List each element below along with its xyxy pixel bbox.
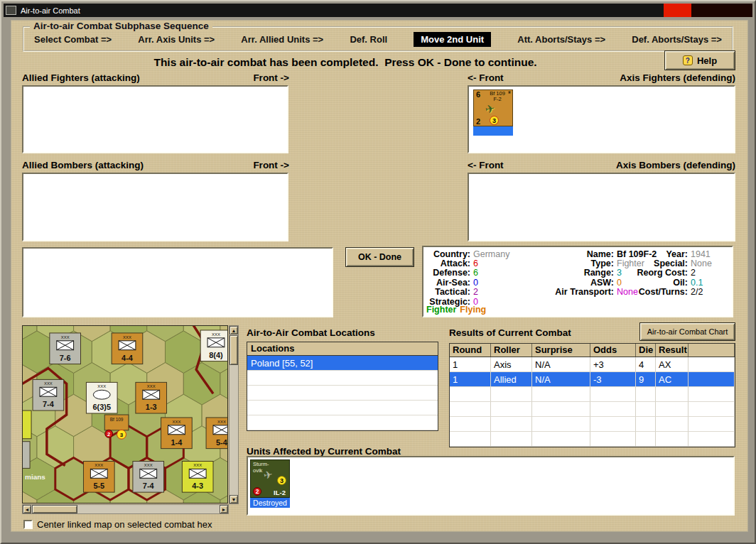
map-unit-counter[interactable]: XXX6(3)5 bbox=[86, 382, 117, 413]
map-hscroll-thumb[interactable] bbox=[32, 505, 77, 513]
front-arrow-right-label: Front -> bbox=[253, 72, 289, 83]
seq-step-move-2nd-unit-active: Move 2nd Unit bbox=[414, 32, 491, 47]
map-unit-counter[interactable]: XXX1-4 bbox=[161, 418, 193, 449]
seq-step-arr-allied: Arr. Allied Units => bbox=[241, 34, 323, 45]
svg-text:XXX: XXX bbox=[212, 332, 220, 337]
unit-status-fighter: Fighter bbox=[426, 305, 456, 315]
map-unit-counter[interactable]: XXX5-5 bbox=[83, 461, 114, 492]
allied-fighters-listbox[interactable] bbox=[22, 85, 288, 153]
map-scroll-down-button[interactable]: ▼ bbox=[230, 495, 238, 504]
location-row-poland[interactable]: Poland [55, 52] bbox=[247, 356, 438, 371]
titlebar[interactable]: Air-to-air Combat bbox=[4, 4, 752, 17]
axis-bombers-listbox[interactable] bbox=[468, 173, 735, 241]
il2-counter[interactable]: Sturm- ovik ✈ 3 2 IL-2 bbox=[250, 459, 290, 498]
aborted-units-listbox[interactable] bbox=[22, 247, 333, 317]
units-affected-title: Units Affected by Current Combat bbox=[247, 446, 401, 457]
window: Air-to-air Combat Air-to-air Combat Subp… bbox=[0, 0, 756, 544]
map-vscroll-thumb[interactable] bbox=[230, 335, 238, 365]
hex-map-canvas[interactable]: XXX7-6XXX4-4XXX8(4)XXX7-4XXX6(3)5XXX1-3X… bbox=[22, 325, 228, 504]
results-body[interactable]: 1Axis N/A+3 4AX 1Allied N/A-3 9AC bbox=[449, 357, 735, 447]
results-row-empty[interactable] bbox=[450, 432, 735, 447]
center-map-option-row: Center linked map on selected combat hex bbox=[23, 519, 212, 530]
front-arrow-right-label-2: Front -> bbox=[253, 160, 289, 170]
allied-bombers-listbox[interactable] bbox=[22, 173, 288, 241]
locations-body[interactable]: Poland [55, 52] bbox=[247, 356, 438, 431]
unit-special: None bbox=[691, 259, 712, 268]
close-button[interactable] bbox=[664, 4, 691, 17]
combat-results-title: Results of Current Combat bbox=[449, 327, 571, 338]
map-unit-counter[interactable]: XXX7-6 bbox=[50, 333, 81, 364]
map-unit-counter[interactable]: XXX5-4 bbox=[206, 418, 228, 449]
map-unit-counter[interactable]: XXX1-3 bbox=[136, 382, 167, 413]
results-row-2-selected[interactable]: 1Allied N/A-3 9AC bbox=[450, 372, 735, 387]
help-button-label: Help bbox=[697, 55, 717, 66]
axis-fighter-unit-bf109[interactable]: 6 Bf 109F-2 * ✈ 2 3 bbox=[473, 89, 513, 136]
results-row-empty[interactable] bbox=[450, 402, 735, 417]
axis-bombers-label: Axis Bombers (defending) bbox=[616, 160, 735, 170]
svg-text:1-3: 1-3 bbox=[146, 403, 157, 411]
front-arrow-left-label: <- Front bbox=[468, 72, 504, 83]
front-arrow-left-label-2: <- Front bbox=[468, 160, 504, 170]
map-scroll-left-button[interactable]: ◄ bbox=[23, 505, 31, 513]
center-map-checkbox-label: Center linked map on selected combat hex bbox=[37, 519, 212, 530]
map-scroll-up-button[interactable]: ▲ bbox=[230, 326, 238, 334]
map-unit-counter[interactable]: XXX4-3 bbox=[182, 461, 213, 492]
bf109-star-marker: * bbox=[508, 89, 511, 98]
il2-yellow-circle: 3 bbox=[277, 476, 286, 485]
results-row-empty[interactable] bbox=[450, 417, 735, 432]
allied-fighters-label-row: Allied Fighters (attacking) Front -> bbox=[22, 72, 289, 83]
combat-chart-button[interactable]: Air-to-air Combat Chart bbox=[639, 322, 735, 341]
unit-status-flying: Flying bbox=[460, 305, 486, 315]
unit-asw: 0 bbox=[617, 278, 622, 288]
map-place-label: mians bbox=[25, 473, 45, 481]
map-unit-counter[interactable]: XXX8(4) bbox=[200, 330, 228, 361]
window-icon bbox=[6, 6, 16, 15]
svg-text:2: 2 bbox=[107, 431, 110, 437]
svg-text:XXX: XXX bbox=[193, 463, 202, 467]
svg-text:XXX: XXX bbox=[44, 381, 53, 386]
seq-step-att-aborts: Att. Aborts/Stays => bbox=[517, 34, 605, 45]
center-map-checkbox[interactable] bbox=[23, 520, 33, 529]
bf109-plane-icon: ✈ bbox=[484, 102, 496, 116]
location-row-empty[interactable] bbox=[247, 415, 438, 430]
svg-text:XXX: XXX bbox=[147, 384, 156, 388]
axis-fighters-label: Axis Fighters (defending) bbox=[620, 72, 735, 83]
location-row-empty[interactable] bbox=[247, 386, 438, 401]
svg-text:3: 3 bbox=[120, 432, 124, 438]
svg-text:XXX: XXX bbox=[94, 463, 103, 467]
map-scroll-right-button[interactable]: ► bbox=[220, 505, 228, 513]
unit-defense: 6 bbox=[473, 268, 478, 278]
subphase-sequence-title: Air-to-air Combat Subphase Sequence bbox=[30, 21, 212, 31]
window-title: Air-to-air Combat bbox=[21, 6, 80, 15]
location-row-empty[interactable] bbox=[247, 371, 438, 386]
ok-done-button[interactable]: OK - Done bbox=[345, 247, 414, 267]
map-horizontal-scrollbar[interactable]: ◄ ► bbox=[22, 504, 229, 514]
results-row-1[interactable]: 1Axis N/A+3 4AX bbox=[450, 357, 735, 372]
map-partial-counter-2 bbox=[22, 442, 30, 469]
results-header-odds: Odds bbox=[590, 344, 636, 357]
location-row-empty[interactable] bbox=[247, 401, 438, 415]
il2-name-label: IL-2 bbox=[274, 489, 286, 496]
combat-completed-message: This air-to-air combat has been complete… bbox=[33, 56, 658, 69]
map-vertical-scrollbar[interactable]: ▲ ▼ bbox=[229, 325, 239, 504]
il2-destroyed-badge: Destroyed bbox=[250, 498, 290, 508]
results-row-empty[interactable] bbox=[450, 387, 735, 402]
unit-status-line: FighterFlying bbox=[426, 305, 486, 315]
help-button[interactable]: ? Help bbox=[664, 50, 735, 70]
axis-bombers-label-row: <- Front Axis Bombers (defending) bbox=[468, 160, 735, 170]
map-unit-counter[interactable]: XXX4-4 bbox=[112, 333, 143, 364]
units-affected-box[interactable]: Sturm- ovik ✈ 3 2 IL-2 Destroyed bbox=[247, 456, 735, 516]
unit-info-panel: Country:Germany Attack:6 Defense:6 Air-S… bbox=[422, 246, 733, 317]
ok-done-label: OK - Done bbox=[358, 252, 401, 262]
unit-range: 3 bbox=[617, 268, 622, 278]
map-unit-counter[interactable]: XXX7-4 bbox=[133, 461, 164, 492]
svg-text:5-4: 5-4 bbox=[216, 438, 227, 447]
map-unit-counter[interactable]: XXX7-4 bbox=[33, 379, 64, 410]
svg-text:XXX: XXX bbox=[144, 463, 153, 467]
affected-unit-il2[interactable]: Sturm- ovik ✈ 3 2 IL-2 Destroyed bbox=[250, 459, 290, 508]
results-header-row: Round Roller Surprise Odds Die Result bbox=[449, 343, 735, 357]
axis-fighters-listbox[interactable]: 6 Bf 109F-2 * ✈ 2 3 bbox=[468, 85, 735, 153]
unit-info-col1: Country:Germany Attack:6 Defense:6 Air-S… bbox=[425, 249, 509, 306]
unit-tactical: 2 bbox=[473, 287, 478, 297]
bf109-counter[interactable]: 6 Bf 109F-2 * ✈ 2 3 bbox=[473, 89, 513, 126]
